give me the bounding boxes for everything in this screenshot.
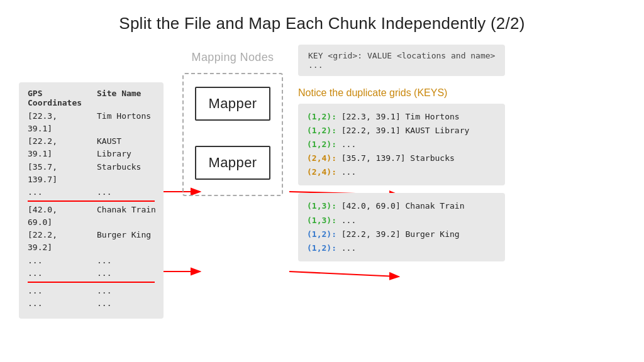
output-row: (1,3): ... <box>307 214 496 228</box>
mapping-nodes: Mapping Nodes Mapper Mapper <box>182 51 283 196</box>
col-site-header: Site Name <box>97 89 160 107</box>
output-row: (1,2): [22.2, 39.2] Burger King <box>307 228 496 241</box>
output-row: (1,2): ... <box>307 241 496 255</box>
key-format-line1: KEY <grid>: VALUE <locations and name> <box>308 51 495 60</box>
dashed-box: Mapper Mapper <box>182 73 283 196</box>
output-box-2: (1,3): [42.0, 69.0] Chanak Train (1,3): … <box>298 193 505 261</box>
table-row: ... ... <box>28 297 155 310</box>
notice-label: Notice the duplicate grids (KEYS) <box>298 87 505 99</box>
table-row: [22.2, 39.2] Burger King <box>28 229 155 254</box>
right-panel: KEY <grid>: VALUE <locations and name> .… <box>298 45 505 269</box>
output-row: (2,4): ... <box>307 165 496 179</box>
table-body: [22.3, 39.1] Tim Hortons [22.2, 39.1] KA… <box>28 110 155 310</box>
chunk-divider-2 <box>28 282 155 283</box>
mapping-nodes-label: Mapping Nodes <box>192 51 274 64</box>
mapper2-box: Mapper <box>195 146 270 180</box>
data-table: GPS Coordinates Site Name [22.3, 39.1] T… <box>19 82 164 319</box>
table-header: GPS Coordinates Site Name <box>28 89 155 110</box>
table-row: [42.0, 69.0] Chanak Train <box>28 204 155 229</box>
output-row: (1,2): ... <box>307 138 496 151</box>
output-box-1: (1,2): [22.3, 39.1] Tim Hortons (1,2): [… <box>298 104 505 185</box>
table-row: ... ... <box>28 285 155 297</box>
table-row: [35.7, 139.7] Starbucks <box>28 161 155 186</box>
table-row: ... ... <box>28 186 155 199</box>
col-gps-header: GPS Coordinates <box>28 89 84 107</box>
mapper1-box: Mapper <box>195 87 270 121</box>
output-row: (2,4): [35.7, 139.7] Starbucks <box>307 151 496 165</box>
table-row: ... ... <box>28 267 155 280</box>
table-row: [22.3, 39.1] Tim Hortons <box>28 110 155 135</box>
chunk-divider-1 <box>28 200 155 202</box>
page-title: Split the File and Map Each Chunk Indepe… <box>0 0 644 45</box>
key-format-box: KEY <grid>: VALUE <locations and name> .… <box>298 45 505 76</box>
table-row: [22.2, 39.1] KAUST Library <box>28 135 155 160</box>
output-row: (1,3): [42.0, 69.0] Chanak Train <box>307 199 496 213</box>
output-row: (1,2): [22.3, 39.1] Tim Hortons <box>307 110 496 124</box>
main-content: GPS Coordinates Site Name [22.3, 39.1] T… <box>0 45 644 319</box>
output-row: (1,2): [22.2, 39.1] KAUST Library <box>307 124 496 138</box>
table-row: ... ... <box>28 255 155 267</box>
key-format-line2: ... <box>308 60 495 70</box>
